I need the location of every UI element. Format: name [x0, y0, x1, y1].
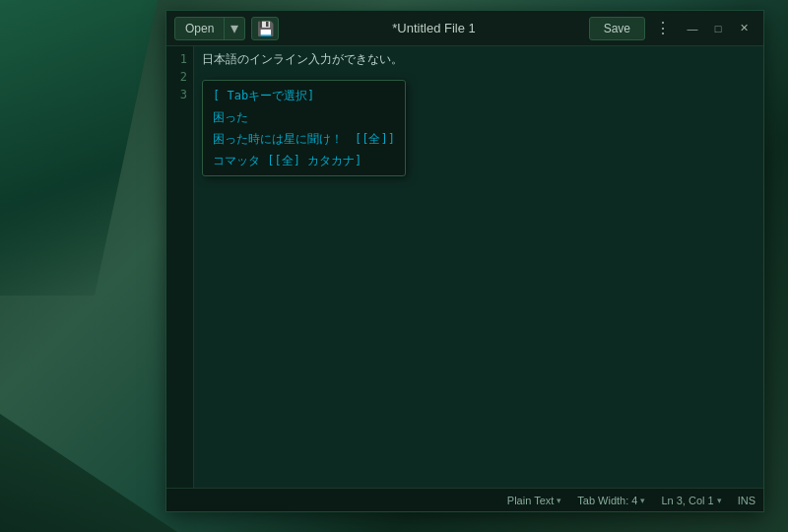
autocomplete-item-1[interactable]: 困った: [203, 106, 405, 128]
save-button[interactable]: Save: [589, 17, 645, 40]
plain-text-label: Plain Text: [507, 495, 555, 506]
autocomplete-popup: [ Tabキーで選択] 困った 困った時には星に聞け！ [[全]] コマッタ […: [202, 80, 406, 176]
position-label: Ln 3, Col 1: [661, 495, 713, 506]
tab-width-chevron: ▾: [640, 496, 645, 505]
autocomplete-header: [ Tabキーで選択]: [203, 85, 405, 106]
desktop: Open ▾ 💾 *Untitled File 1 Save ⋮ — □ ✕ 1…: [0, 0, 788, 532]
open-dropdown-arrow[interactable]: ▾: [225, 18, 244, 39]
open-button-group[interactable]: Open ▾: [174, 17, 245, 40]
window-title: *Untitled File 1: [285, 21, 582, 35]
autocomplete-item-2[interactable]: 困った時には星に聞け！ [[全]]: [203, 128, 405, 150]
line-number-1: 1: [166, 50, 187, 68]
save-icon-button[interactable]: 💾: [251, 17, 279, 40]
text-editor[interactable]: 日本語のインライン入力ができない。 困った [ Tabキーで選択] 困った 困っ…: [194, 46, 763, 488]
cursor-position[interactable]: Ln 3, Col 1 ▾: [661, 495, 721, 506]
window-controls: — □ ✕: [681, 17, 755, 40]
autocomplete-item-3[interactable]: コマッタ [[全] カタカナ]: [203, 150, 405, 171]
open-button[interactable]: Open: [175, 18, 225, 39]
editor-window: Open ▾ 💾 *Untitled File 1 Save ⋮ — □ ✕ 1…: [165, 10, 764, 512]
line-number-3: 3: [166, 86, 187, 103]
tab-width-label: Tab Width: 4: [577, 495, 637, 506]
menu-dots-button[interactable]: ⋮: [651, 17, 675, 40]
title-bar: Open ▾ 💾 *Untitled File 1 Save ⋮ — □ ✕: [166, 11, 763, 46]
minimize-button[interactable]: —: [681, 17, 704, 40]
tab-width-selector[interactable]: Tab Width: 4 ▾: [577, 495, 645, 506]
editor-content: 1 2 3 日本語のインライン入力ができない。 困った [ Tabキーで選択] …: [166, 46, 763, 488]
close-button[interactable]: ✕: [732, 17, 755, 40]
plain-text-selector[interactable]: Plain Text ▾: [507, 495, 562, 506]
insert-mode-label: INS: [738, 495, 755, 506]
maximize-button[interactable]: □: [706, 17, 730, 40]
line-number-2: 2: [166, 68, 187, 86]
position-chevron: ▾: [717, 496, 722, 505]
status-bar: Plain Text ▾ Tab Width: 4 ▾ Ln 3, Col 1 …: [166, 488, 763, 511]
text-line-1: 日本語のインライン入力ができない。: [202, 50, 755, 68]
line-numbers: 1 2 3: [166, 46, 194, 488]
plain-text-chevron: ▾: [557, 496, 561, 505]
